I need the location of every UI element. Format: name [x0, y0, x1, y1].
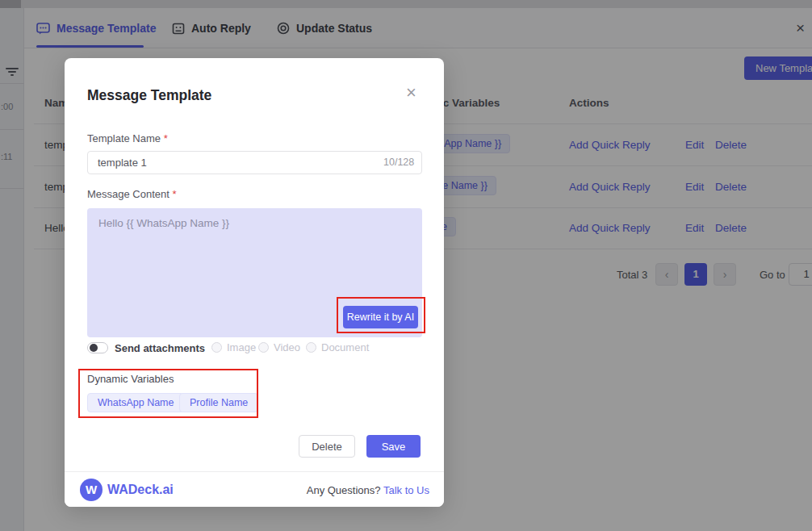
message-content-label: Message Content *: [87, 188, 177, 200]
template-name-input[interactable]: [87, 151, 422, 174]
radio-circle-icon: [306, 342, 316, 353]
character-counter: 10/128: [383, 157, 414, 168]
modal-close-icon[interactable]: ×: [406, 84, 416, 102]
delete-button[interactable]: Delete: [299, 435, 355, 458]
brand-name: WADeck.ai: [107, 483, 174, 497]
send-attachments-toggle[interactable]: [87, 342, 108, 353]
required-asterisk: *: [173, 188, 177, 200]
required-asterisk: *: [164, 132, 168, 144]
annotation-box-dynamic-variables: [78, 369, 258, 418]
radio-video[interactable]: Video: [258, 341, 300, 353]
radio-circle-icon: [211, 342, 222, 353]
radio-document[interactable]: Document: [306, 341, 369, 353]
message-content-text: Hello {{ WhatsApp Name }}: [98, 217, 229, 229]
talk-to-us-link[interactable]: Talk to Us: [383, 484, 429, 496]
wadeck-logo-icon: W: [80, 479, 103, 501]
message-template-modal: Message Template × Template Name * 10/12…: [65, 58, 444, 507]
footer-help-text: Any Questions? Talk to Us: [307, 484, 429, 496]
save-button[interactable]: Save: [366, 435, 421, 458]
annotation-box-rewrite: [337, 297, 425, 333]
send-attachments-label: Send attachments: [115, 342, 205, 354]
radio-circle-icon: [258, 342, 269, 353]
modal-title: Message Template: [87, 87, 211, 104]
send-attachments-row: Send attachments: [87, 341, 205, 354]
modal-footer: W WADeck.ai Any Questions? Talk to Us: [65, 471, 444, 507]
template-name-label: Template Name *: [87, 132, 168, 144]
radio-image[interactable]: Image: [211, 341, 256, 353]
